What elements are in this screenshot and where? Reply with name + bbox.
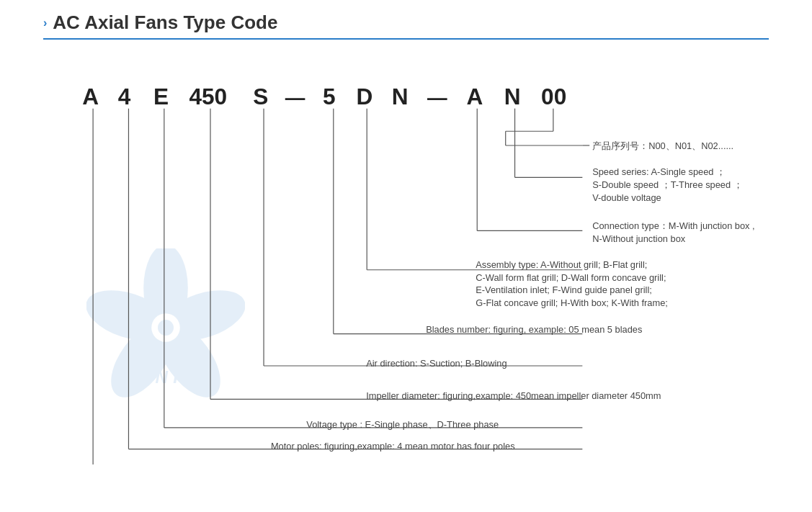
desc-air-direction: Air direction: S-Suction; B-Blowing	[366, 358, 507, 369]
code-5: 5	[323, 84, 336, 109]
code-dash1: —	[285, 86, 305, 109]
title-section: › AC Axial Fans Type Code	[43, 12, 769, 34]
desc-motor-poles: Motor poles: figuring,example: 4 mean mo…	[271, 441, 515, 452]
desc-assembly-1: Assembly type: A-Without grill; B-Flat g…	[476, 259, 647, 270]
diagram-svg: A 4 E 450 S — 5 D N — A N 00	[43, 47, 769, 464]
code-S: S	[253, 84, 268, 109]
page-title: AC Axial Fans Type Code	[53, 12, 277, 34]
desc-speed-series-2: S-Double speed ；T-Three speed ；	[592, 179, 743, 190]
desc-blades: Blades number: figuring, example: 05 mea…	[426, 324, 642, 335]
code-4: 4	[118, 84, 131, 109]
code-N: N	[392, 84, 409, 109]
desc-speed-series-1: Speed series: A-Single speed ；	[592, 166, 726, 177]
desc-assembly-3: E-Ventilation inlet; F-Wind guide panel …	[476, 284, 652, 295]
title-divider	[43, 38, 769, 40]
code-A2: A	[466, 84, 483, 109]
desc-impeller: Impeller diameter: figuring,example: 450…	[366, 390, 661, 401]
desc-assembly-4: G-Flat concave grill; H-With box; K-With…	[476, 297, 668, 308]
code-E: E	[153, 84, 169, 109]
code-N2: N	[504, 84, 521, 109]
code-dash2: —	[427, 86, 447, 109]
title-arrow: ›	[43, 17, 47, 30]
code-A: A	[82, 84, 99, 109]
code-450: 450	[189, 84, 227, 109]
desc-voltage: Voltage type : E-Single phase、D-Three ph…	[306, 419, 499, 430]
desc-speed-series-3: V-double voltage	[592, 192, 661, 203]
code-D: D	[356, 84, 372, 109]
diagram-area: VENTAI A 4 E 450 S — 5 D N — A N 00	[43, 47, 769, 464]
desc-product-series: 产品序列号：N00、N01、N02......	[592, 140, 733, 151]
desc-connection-1: Connection type：M-With junction box ,	[592, 220, 754, 231]
code-00: 00	[541, 84, 566, 109]
desc-connection-2: N-Without junction box	[592, 233, 686, 244]
page-container: › AC Axial Fans Type Code VENTAI	[0, 0, 812, 512]
desc-assembly-2: C-Wall form flat grill; D-Wall form conc…	[476, 272, 666, 283]
